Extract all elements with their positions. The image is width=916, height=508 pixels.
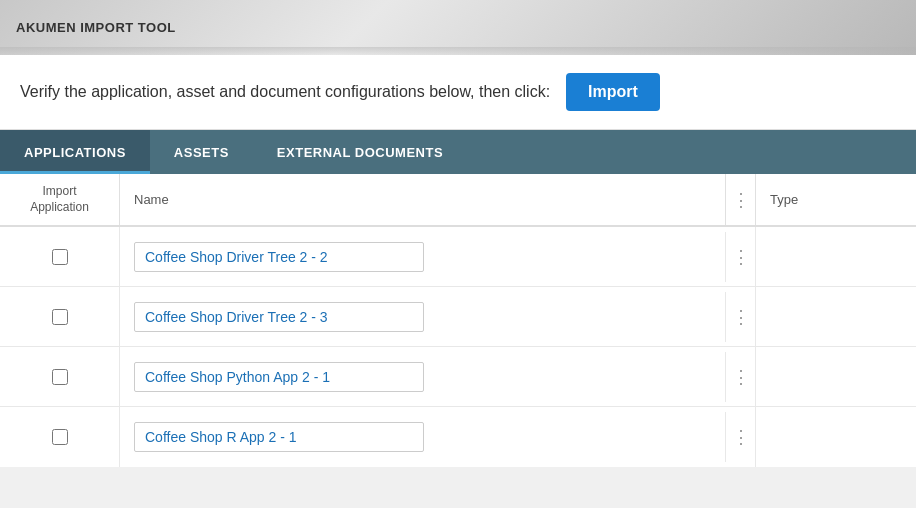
table-row: ⋮ <box>0 407 916 467</box>
import-checkbox-2[interactable] <box>52 309 68 325</box>
cell-import-1 <box>0 227 120 286</box>
cell-name-1 <box>120 232 726 282</box>
cell-type-3 <box>756 367 916 387</box>
cell-type-1 <box>756 247 916 267</box>
col-header-name: Name <box>120 174 726 225</box>
header-bar: AKUMEN IMPORT TOOL <box>0 0 916 55</box>
tabs-bar: APPLICATIONS ASSETS EXTERNAL DOCUMENTS <box>0 130 916 174</box>
import-checkbox-1[interactable] <box>52 249 68 265</box>
cell-dots-4: ⋮ <box>726 407 756 467</box>
import-button[interactable]: Import <box>566 73 660 111</box>
cell-type-2 <box>756 307 916 327</box>
table-header: Import Application Name ⋮ Type <box>0 174 916 227</box>
applications-table: Import Application Name ⋮ Type ⋮ ⋮ <box>0 174 916 467</box>
tab-applications[interactable]: APPLICATIONS <box>0 130 150 174</box>
name-input-1[interactable] <box>134 242 424 272</box>
cell-import-4 <box>0 407 120 467</box>
table-row: ⋮ <box>0 347 916 407</box>
name-input-4[interactable] <box>134 422 424 452</box>
cell-name-2 <box>120 292 726 342</box>
table-row: ⋮ <box>0 227 916 287</box>
cell-dots-2: ⋮ <box>726 287 756 346</box>
cell-name-3 <box>120 352 726 402</box>
cell-import-2 <box>0 287 120 346</box>
import-checkbox-3[interactable] <box>52 369 68 385</box>
cell-name-4 <box>120 412 726 462</box>
table-row: ⋮ <box>0 287 916 347</box>
app-title: AKUMEN IMPORT TOOL <box>16 20 176 35</box>
col-header-import-application: Import Application <box>0 174 120 225</box>
cell-dots-3: ⋮ <box>726 347 756 406</box>
col-header-type: Type <box>756 174 916 225</box>
tab-assets[interactable]: ASSETS <box>150 130 253 174</box>
col-header-dots: ⋮ <box>726 174 756 225</box>
instruction-bar: Verify the application, asset and docume… <box>0 55 916 130</box>
name-input-2[interactable] <box>134 302 424 332</box>
cell-dots-1: ⋮ <box>726 227 756 286</box>
tab-external-documents[interactable]: EXTERNAL DOCUMENTS <box>253 130 467 174</box>
cell-import-3 <box>0 347 120 406</box>
import-checkbox-4[interactable] <box>52 429 68 445</box>
name-input-3[interactable] <box>134 362 424 392</box>
instruction-text: Verify the application, asset and docume… <box>20 83 550 101</box>
cell-type-4 <box>756 427 916 447</box>
